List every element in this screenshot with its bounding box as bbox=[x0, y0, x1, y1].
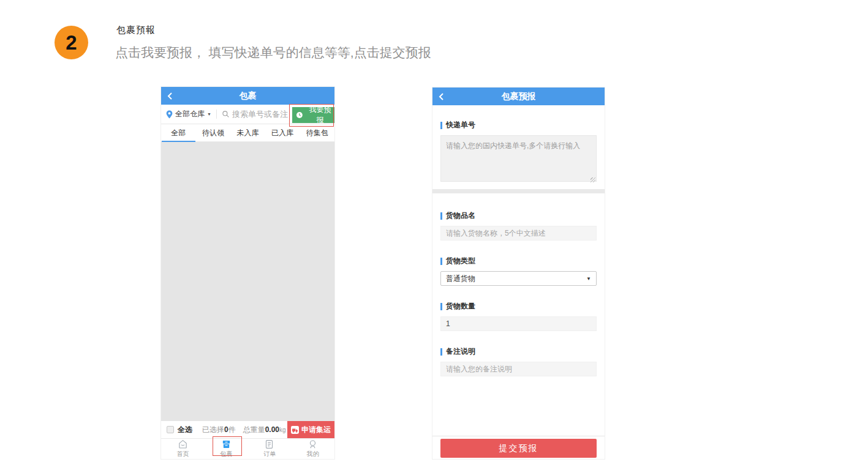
cargo-name-input[interactable] bbox=[440, 226, 597, 241]
package-list-screen: 包裹 全部仓库 ▼ 我要预报 bbox=[161, 87, 334, 459]
bottom-tab-bar: 首页 包裹 订单 bbox=[161, 438, 334, 459]
cargo-qty-input[interactable] bbox=[440, 316, 597, 331]
consolidate-button-label: 申请集运 bbox=[301, 425, 331, 435]
tabbar-item-profile[interactable]: 我的 bbox=[291, 439, 334, 459]
total-weight-text: 总重量0.00kg bbox=[243, 425, 286, 435]
location-pin-icon bbox=[166, 110, 173, 119]
cargo-name-label: 货物品名 bbox=[440, 211, 597, 221]
tabbar-item-home[interactable]: 首页 bbox=[161, 439, 205, 459]
label-accent-bar bbox=[440, 212, 442, 220]
chevron-down-icon: ▼ bbox=[586, 276, 591, 282]
page-title: 包裹 bbox=[240, 91, 257, 102]
filter-bar: 全部仓库 ▼ 我要预报 bbox=[161, 105, 334, 124]
resize-handle-icon[interactable] bbox=[591, 177, 595, 182]
forecast-button-label: 我要预报 bbox=[306, 105, 334, 125]
cargo-qty-label: 货物数量 bbox=[440, 301, 597, 311]
truck-icon bbox=[291, 426, 299, 434]
cargo-type-label: 货物类型 bbox=[440, 256, 597, 266]
step-description: 点击我要预报， 填写快递单号的信息等等,点击提交预报 bbox=[115, 44, 431, 61]
tab-arrived[interactable]: 已入库 bbox=[265, 124, 300, 141]
empty-package-list bbox=[161, 142, 334, 421]
search-icon bbox=[222, 110, 230, 118]
remark-label: 备注说明 bbox=[440, 346, 597, 357]
divider bbox=[216, 110, 217, 119]
tracking-no-label: 快递单号 bbox=[440, 120, 597, 130]
tab-to-pack[interactable]: 待集包 bbox=[300, 124, 334, 141]
status-tabs: 全部 待认领 未入库 已入库 待集包 bbox=[161, 124, 334, 142]
selected-count: 0 bbox=[224, 425, 228, 434]
forecast-header: 包裹预报 bbox=[432, 88, 605, 105]
tracking-no-field-wrap bbox=[440, 135, 597, 184]
package-list-header: 包裹 bbox=[161, 87, 334, 105]
search-input[interactable] bbox=[232, 110, 293, 119]
forecast-button[interactable]: 我要预报 bbox=[292, 107, 334, 123]
chevron-down-icon: ▼ bbox=[207, 112, 211, 116]
label-accent-bar bbox=[440, 303, 442, 310]
warehouse-label: 全部仓库 bbox=[175, 109, 205, 119]
profile-icon bbox=[308, 439, 318, 449]
cargo-type-value: 普通货物 bbox=[446, 274, 475, 284]
submit-area: 提交预报 bbox=[432, 436, 605, 459]
tab-to-claim[interactable]: 待认领 bbox=[196, 124, 231, 141]
tabbar-label: 订单 bbox=[263, 450, 276, 458]
clock-icon bbox=[296, 111, 303, 119]
back-icon[interactable] bbox=[438, 88, 445, 105]
cargo-type-select[interactable]: 普通货物 ▼ bbox=[440, 271, 597, 286]
select-all-checkbox[interactable] bbox=[167, 426, 174, 433]
tabbar-item-packages[interactable]: 包裹 bbox=[205, 439, 248, 459]
consolidate-button[interactable]: 申请集运 bbox=[287, 421, 334, 438]
home-icon bbox=[178, 439, 188, 449]
step-number-badge: 2 bbox=[55, 26, 88, 59]
tab-not-arrived[interactable]: 未入库 bbox=[230, 124, 265, 141]
search-box[interactable] bbox=[222, 110, 293, 119]
page-title: 包裹预报 bbox=[502, 91, 536, 102]
tabbar-label: 包裹 bbox=[220, 450, 232, 458]
tab-all[interactable]: 全部 bbox=[161, 124, 196, 141]
package-icon bbox=[221, 439, 232, 449]
label-accent-bar bbox=[440, 258, 442, 265]
orders-icon bbox=[264, 439, 274, 449]
package-forecast-screen: 包裹预报 快递单号 货物品名 货物类型 普通货物 bbox=[432, 88, 605, 459]
section-divider bbox=[432, 189, 605, 193]
warehouse-selector[interactable]: 全部仓库 ▼ bbox=[166, 109, 211, 119]
tabbar-label: 我的 bbox=[307, 450, 319, 458]
step-title: 包裹預報 bbox=[116, 24, 156, 36]
back-icon[interactable] bbox=[167, 87, 174, 105]
tracking-no-textarea[interactable] bbox=[440, 135, 597, 182]
label-accent-bar bbox=[440, 122, 442, 129]
select-all-label: 全选 bbox=[178, 425, 192, 435]
forecast-form: 快递单号 货物品名 货物类型 普通货物 ▼ 货物数量 bbox=[432, 105, 605, 459]
tabbar-item-orders[interactable]: 订单 bbox=[248, 439, 292, 459]
weight-value: 0.00 bbox=[265, 425, 279, 434]
selected-count-text: 已选择0件 bbox=[202, 425, 236, 435]
remark-input[interactable] bbox=[440, 362, 597, 376]
tutorial-page: 2 包裹預報 点击我要预报， 填写快递单号的信息等等,点击提交预报 包裹 全部仓… bbox=[0, 0, 868, 470]
tabbar-label: 首页 bbox=[176, 450, 189, 458]
selection-bar: 全选 已选择0件 总重量0.00kg 申请集运 bbox=[161, 421, 334, 438]
label-accent-bar bbox=[440, 348, 442, 356]
submit-forecast-button[interactable]: 提交预报 bbox=[440, 439, 597, 458]
